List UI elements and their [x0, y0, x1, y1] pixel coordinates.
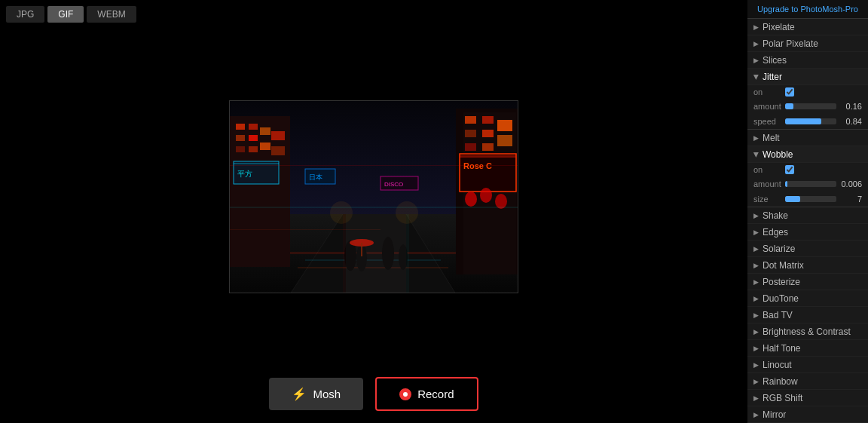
left-panel: JPG GIF WEBM: [0, 0, 747, 423]
record-button[interactable]: Record: [375, 377, 478, 411]
wobble-size-row: size 7: [747, 192, 868, 207]
svg-rect-12: [260, 143, 270, 150]
arrow-icon: ▶: [753, 245, 759, 253]
svg-rect-20: [465, 116, 476, 124]
effect-label: Jitter: [763, 72, 782, 82]
svg-rect-28: [460, 154, 516, 192]
arrow-icon: ▶: [753, 228, 759, 236]
arrow-icon: ▶: [753, 212, 759, 219]
svg-rect-24: [482, 130, 494, 137]
svg-rect-26: [465, 143, 476, 151]
arrow-icon: ▶: [753, 411, 759, 418]
effect-label: Bad TV: [763, 310, 793, 320]
arrow-icon: ▶: [753, 23, 759, 31]
right-panel: Upgrade to PhotoMosh-Pro ▶ Pixelate ▶ Po…: [747, 0, 868, 423]
wobble-on-label: on: [753, 165, 782, 174]
svg-rect-11: [249, 146, 258, 152]
effect-edges[interactable]: ▶ Edges: [747, 224, 868, 241]
preview-canvas: 平方 Rose C: [229, 100, 518, 293]
svg-rect-22: [497, 120, 512, 131]
effect-label: Mirror: [763, 409, 786, 420]
effect-rgb-shift[interactable]: ▶ RGB Shift: [747, 390, 868, 406]
effect-jitter[interactable]: ▶ Jitter: [747, 69, 868, 85]
effect-label: Pixelate: [763, 22, 795, 32]
svg-point-55: [330, 201, 353, 224]
svg-rect-30: [460, 155, 516, 158]
effect-shake[interactable]: ▶ Shake: [747, 207, 868, 224]
record-label: Record: [417, 388, 454, 400]
svg-rect-13: [271, 131, 285, 140]
svg-rect-50: [346, 214, 409, 293]
record-icon-inner: [403, 392, 408, 397]
effect-polar-pixelate[interactable]: ▶ Polar Pixelate: [747, 35, 868, 52]
svg-rect-14: [271, 146, 285, 155]
arrow-icon: ▶: [753, 134, 759, 142]
mosh-button[interactable]: ⚡ Mosh: [269, 378, 363, 410]
svg-rect-47: [230, 207, 518, 208]
arrow-icon: ▶: [753, 378, 759, 385]
svg-text:平方: 平方: [237, 170, 252, 178]
upgrade-prefix: Upgrade to: [757, 5, 800, 14]
effect-label: Slices: [763, 55, 787, 66]
arrow-icon: ▶: [753, 361, 759, 369]
effect-label: Dot Matrix: [763, 260, 804, 271]
effect-dot-matrix[interactable]: ▶ Dot Matrix: [747, 257, 868, 274]
upgrade-brand: PhotoMosh-Pro: [801, 5, 858, 14]
record-icon: [399, 388, 411, 400]
tab-gif[interactable]: GIF: [47, 6, 84, 23]
arrow-icon: ▶: [753, 278, 759, 286]
effect-label: Melt: [763, 133, 780, 143]
svg-point-31: [465, 192, 477, 207]
wobble-amount-row: amount 0.006: [747, 176, 868, 192]
wobble-amount-slider[interactable]: [785, 181, 836, 187]
effect-solarize[interactable]: ▶ Solarize: [747, 241, 868, 257]
svg-text:DISCO: DISCO: [384, 181, 403, 188]
mosh-label: Mosh: [313, 388, 341, 400]
effect-melt[interactable]: ▶ Melt: [747, 130, 868, 146]
effect-label: Solarize: [763, 244, 795, 254]
effect-label: Shake: [763, 210, 788, 221]
arrow-icon-expanded: ▶: [753, 152, 760, 157]
effect-posterize[interactable]: ▶ Posterize: [747, 274, 868, 290]
effect-rainbow[interactable]: ▶ Rainbow: [747, 373, 868, 390]
svg-rect-46: [230, 165, 518, 166]
effect-wobble[interactable]: ▶ Wobble: [747, 146, 868, 163]
svg-rect-6: [249, 124, 258, 130]
svg-rect-25: [497, 135, 512, 146]
arrow-icon-expanded: ▶: [753, 74, 760, 79]
svg-text:日本: 日本: [309, 173, 322, 181]
svg-rect-7: [236, 135, 245, 141]
tab-bar: JPG GIF WEBM: [0, 0, 136, 29]
effect-duotone[interactable]: ▶ DuoTone: [747, 290, 868, 307]
effect-label: Linocut: [763, 360, 792, 370]
upgrade-banner: Upgrade to PhotoMosh-Pro: [747, 0, 868, 19]
wobble-size-slider[interactable]: [785, 196, 836, 202]
image-area: 平方 Rose C: [0, 29, 747, 365]
tab-jpg[interactable]: JPG: [6, 6, 44, 23]
effect-linocut[interactable]: ▶ Linocut: [747, 357, 868, 373]
jitter-amount-slider[interactable]: [785, 103, 836, 109]
wobble-on-row: on: [747, 163, 868, 176]
wobble-on-checkbox[interactable]: [785, 165, 794, 174]
wobble-amount-label: amount: [753, 179, 782, 189]
effect-label: Rainbow: [763, 376, 798, 387]
effect-pixelate[interactable]: ▶ Pixelate: [747, 19, 868, 35]
effect-label: Polar Pixelate: [763, 38, 818, 49]
effect-half-tone[interactable]: ▶ Half Tone: [747, 340, 868, 357]
wobble-size-value: 7: [839, 195, 862, 204]
tab-webm[interactable]: WEBM: [87, 6, 136, 23]
effect-label: Half Tone: [763, 343, 800, 354]
effect-brightness-contrast[interactable]: ▶ Brightness & Contrast: [747, 323, 868, 340]
effect-label: RGB Shift: [763, 393, 802, 403]
arrow-icon: ▶: [753, 40, 759, 48]
svg-rect-10: [236, 146, 245, 152]
jitter-on-checkbox[interactable]: [785, 87, 794, 97]
effect-mirror[interactable]: ▶ Mirror: [747, 406, 868, 423]
jitter-controls: on amount 0.16 speed 0.84: [747, 85, 868, 130]
wobble-amount-value: 0.006: [839, 179, 862, 189]
effect-slices[interactable]: ▶ Slices: [747, 52, 868, 69]
effect-bad-tv[interactable]: ▶ Bad TV: [747, 307, 868, 323]
jitter-speed-slider[interactable]: [785, 118, 836, 124]
lightning-icon: ⚡: [292, 387, 307, 401]
wobble-size-label: size: [753, 195, 782, 204]
